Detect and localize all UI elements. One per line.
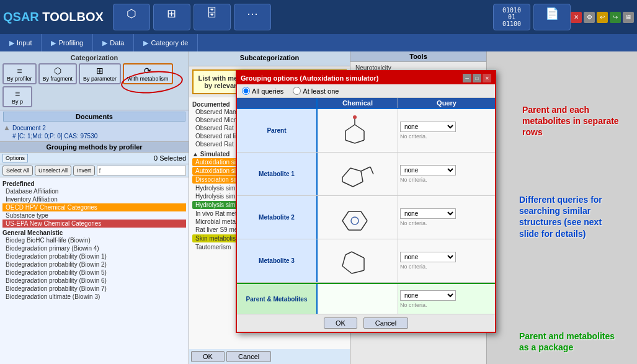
by-p-label: By p bbox=[12, 99, 23, 105]
group-item-biodeg-biohc[interactable]: Biodeg BioHC half-life (Biowin) bbox=[2, 236, 186, 244]
cat-btn-by-parameter[interactable]: ⊞ By parameter bbox=[79, 63, 121, 84]
met1-query: none exact parametric profile structural… bbox=[398, 153, 495, 195]
redo-btn[interactable]: ↪ bbox=[610, 12, 621, 23]
doc-icon: 📄 bbox=[545, 7, 559, 20]
doc-panel: Documents ▲ Document 2 # [C: 1;Md: 0;P: … bbox=[0, 110, 189, 142]
input-btn[interactable]: ⬡ bbox=[113, 4, 150, 30]
with-metabolism-label: With metabolism bbox=[127, 76, 169, 82]
close-modal-btn[interactable]: ✕ bbox=[483, 74, 491, 82]
binary-btn[interactable]: 010100101100 bbox=[493, 4, 530, 30]
group-item-biodeg-prob5[interactable]: Biodegradation probability (Biowin 5) bbox=[2, 269, 186, 277]
cat-btn-by-fragment[interactable]: ⬡ By fragment bbox=[38, 63, 78, 84]
col-header-chemical: Chemical bbox=[318, 98, 398, 108]
group-item-biodeg-primary[interactable]: Biodegradation primary (Biowin 4) bbox=[2, 244, 186, 252]
radio-at-least-input[interactable] bbox=[293, 87, 301, 95]
met2-molecule-svg bbox=[333, 199, 383, 236]
group-item-usepa[interactable]: US-EPA New Chemical Categories bbox=[2, 220, 186, 228]
minimize-btn[interactable]: ─ bbox=[463, 74, 471, 82]
settings-btn[interactable]: ⚙ bbox=[584, 12, 595, 23]
profiling-btn[interactable]: ⊞ bbox=[153, 4, 190, 30]
modal-radio-row: All queries At least one bbox=[237, 84, 495, 98]
group-panel: Grouping methods by profiler Options 0 S… bbox=[0, 142, 189, 364]
group-list: Predefined Database Affiliation Inventor… bbox=[0, 177, 189, 364]
bottom-row-criteria: No criteria. bbox=[400, 302, 493, 308]
byp-icon: ≡ bbox=[15, 89, 20, 99]
nav-input[interactable]: ▶ Input bbox=[0, 34, 42, 51]
monitor-btn[interactable]: 🖥 bbox=[623, 12, 634, 23]
toolbar-right: ✕ ⚙ ↩ ↪ 🖥 bbox=[571, 12, 634, 23]
parent-query: none No criteria. bbox=[398, 109, 495, 152]
met2-query: none No criteria. bbox=[398, 196, 495, 239]
options-btn[interactable]: Options bbox=[2, 154, 28, 162]
svg-line-17 bbox=[361, 211, 367, 221]
doc-item-2: # [C: 1;Md: 0;P: 0] CAS: 97530 bbox=[3, 132, 185, 140]
modal-ok-btn[interactable]: OK bbox=[324, 317, 357, 329]
maximize-btn[interactable]: □ bbox=[473, 74, 481, 82]
nav-profiling[interactable]: ▶ Profiling bbox=[42, 34, 93, 51]
modal-cancel-btn[interactable]: Cancel bbox=[363, 317, 408, 329]
group-item-biodeg-prob7[interactable]: Biodegradation probability (Biowin 7) bbox=[2, 285, 186, 293]
grouping-title: Grouping methods by profiler bbox=[0, 142, 189, 153]
cat-btn-by-p[interactable]: ≡ By p bbox=[2, 86, 32, 107]
parent-select[interactable]: none bbox=[400, 122, 456, 132]
doc-btn[interactable]: 📄 bbox=[533, 4, 571, 30]
logo-qsar: QSAR bbox=[3, 10, 39, 24]
by-parameter-label: By parameter bbox=[83, 76, 117, 82]
top-toolbar: QSAR TOOLBOX ⬡ ⊞ 🗄 ⋯ 010100101100 📄 ✕ ⚙ … bbox=[0, 0, 637, 34]
app-logo: QSAR TOOLBOX bbox=[3, 10, 104, 24]
modal-title-bar: Grouping options (Autoxidation simulator… bbox=[237, 72, 495, 84]
met2-select[interactable]: none bbox=[400, 208, 456, 219]
cat-btn-by-profiler[interactable]: ≡ By profiler bbox=[2, 63, 37, 84]
search-row: Select All Unselect All Invert bbox=[0, 164, 189, 177]
group-item-biodeg-prob6[interactable]: Biodegradation probability (Biowin 6) bbox=[2, 277, 186, 285]
modal-row-metabolite2: Metabolite 2 none bbox=[237, 196, 495, 239]
modal-footer: OK Cancel bbox=[237, 314, 495, 332]
data-btn[interactable]: 🗄 bbox=[194, 4, 231, 30]
met1-select[interactable]: none exact parametric profile structural bbox=[400, 165, 456, 175]
search-input[interactable] bbox=[97, 166, 186, 175]
bottom-row-select[interactable]: none bbox=[400, 290, 456, 301]
ok-btn-mid[interactable]: OK bbox=[191, 351, 225, 362]
svg-line-11 bbox=[353, 182, 363, 187]
group-item-oecd[interactable]: OECD HPV Chemical Categories bbox=[2, 203, 186, 211]
cat-btn-with-metabolism[interactable]: ⟳ With metabolism bbox=[123, 63, 173, 84]
undo-btn[interactable]: ↩ bbox=[597, 12, 608, 23]
group-item-inv-affil[interactable]: Inventory Affiliation bbox=[2, 195, 186, 203]
group-item-biodeg-prob2[interactable]: Biodegradation probability (Biowin 2) bbox=[2, 260, 186, 269]
nav-data[interactable]: ▶ Data bbox=[93, 34, 134, 51]
svg-point-22 bbox=[351, 217, 359, 224]
group-options-bar: Options 0 Selected bbox=[0, 153, 189, 164]
close-app-btn[interactable]: ✕ bbox=[571, 12, 582, 23]
annotation-parent-metabolites-pkg: Parent and metabolitesas a package bbox=[519, 331, 634, 353]
doc-item-1[interactable]: Document 2 bbox=[12, 124, 46, 132]
svg-line-18 bbox=[361, 221, 367, 230]
radio-at-least-label: At least one bbox=[303, 87, 339, 95]
by-fragment-label: By fragment bbox=[43, 76, 73, 82]
nav-category[interactable]: ▶ Category de bbox=[134, 34, 198, 51]
radio-at-least[interactable]: At least one bbox=[293, 87, 339, 95]
svg-line-10 bbox=[361, 171, 363, 182]
group-item-biodeg-prob1[interactable]: Biodegradation probability (Biowin 1) bbox=[2, 252, 186, 260]
group-item-substance[interactable]: Substance type bbox=[2, 211, 186, 220]
group-item-biodeg-ult[interactable]: Biodegradation ultimate (Biowin 3) bbox=[2, 293, 186, 301]
radio-all-label: All queries bbox=[252, 87, 283, 95]
invert-btn[interactable]: Invert bbox=[73, 166, 95, 175]
modal-title: Grouping options (Autoxidation simulator… bbox=[241, 74, 378, 82]
category-btn[interactable]: ⋯ bbox=[234, 4, 271, 30]
cancel-btn-mid[interactable]: Cancel bbox=[226, 351, 271, 362]
group-item-db-affil[interactable]: Database Affiliation bbox=[2, 187, 186, 195]
nav-profiling-label: Profiling bbox=[58, 39, 83, 47]
select-all-btn[interactable]: Select All bbox=[2, 166, 33, 175]
nav-bar: ▶ Input ▶ Profiling ▶ Data ▶ Category de bbox=[0, 34, 637, 51]
fragment-icon: ⬡ bbox=[54, 66, 61, 76]
categorization-title: Categorization bbox=[2, 54, 186, 61]
selected-count: 0 Selected bbox=[154, 154, 186, 162]
radio-all-queries[interactable]: All queries bbox=[242, 87, 283, 95]
met3-select[interactable]: none bbox=[400, 252, 456, 262]
svg-line-25 bbox=[352, 270, 364, 273]
unselect-all-btn[interactable]: Unselect All bbox=[35, 166, 71, 175]
window-buttons: ─ □ ✕ bbox=[463, 74, 491, 82]
met3-molecule-svg bbox=[333, 242, 383, 280]
radio-all-input[interactable] bbox=[242, 87, 250, 95]
binary-icon: 010100101100 bbox=[502, 7, 521, 27]
